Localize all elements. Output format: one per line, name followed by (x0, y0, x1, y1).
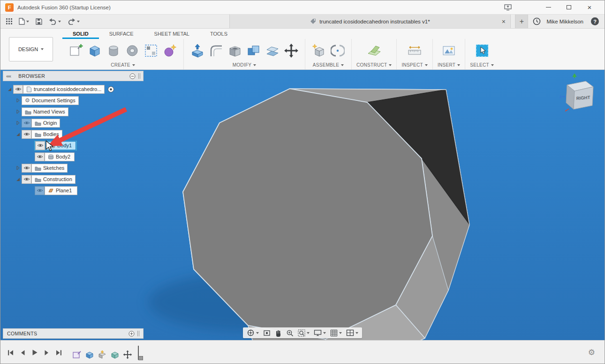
comments-panel[interactable]: COMMENTS (3, 328, 144, 339)
expander-collapsed-icon[interactable] (14, 109, 22, 114)
tree-row-construction[interactable]: Construction (14, 174, 144, 185)
close-button[interactable]: × (579, 1, 600, 14)
maximize-button[interactable] (559, 1, 579, 14)
body1-selected-row[interactable]: Body1 (34, 140, 77, 151)
visibility-eye-off-icon[interactable] (22, 119, 31, 128)
orbit-button[interactable] (247, 329, 259, 337)
new-tab-button[interactable]: + (515, 15, 528, 28)
joint-button[interactable] (329, 40, 347, 61)
expander-collapsed-icon[interactable] (14, 98, 22, 103)
timeline-item-sketch[interactable] (72, 349, 82, 360)
create-sketch-button[interactable] (67, 40, 85, 61)
panel-grip[interactable] (138, 73, 140, 79)
tree-row-document-settings[interactable]: ⚙Document Settings (14, 95, 144, 106)
timeline-step-back-button[interactable] (20, 349, 26, 356)
timeline-item-move[interactable] (122, 349, 133, 360)
cylinder-button[interactable] (105, 40, 122, 61)
visibility-eye-icon[interactable] (22, 175, 31, 184)
tree-row-body1[interactable]: Body1 (34, 140, 144, 151)
display-settings-button[interactable] (314, 329, 326, 336)
box-button[interactable] (86, 40, 104, 61)
expander-expanded-icon[interactable] (14, 177, 22, 182)
visibility-eye-icon[interactable] (35, 152, 45, 161)
view-cube[interactable]: RIGHT Z (559, 74, 600, 115)
share-screen-icon[interactable] (504, 4, 512, 11)
user-account-button[interactable]: Mike Mikkelson (546, 19, 583, 24)
document-tab-close-icon[interactable]: × (502, 18, 506, 25)
visibility-eye-off-icon[interactable] (35, 186, 45, 195)
insert-dropdown[interactable]: INSERT (438, 61, 460, 68)
expander-collapsed-icon[interactable] (14, 121, 22, 125)
file-menu-button[interactable] (19, 18, 29, 25)
tab-sheet-metal[interactable]: SHEET METAL (144, 29, 200, 39)
tab-solid[interactable]: SOLID (62, 29, 99, 39)
tree-row-named-views[interactable]: Named Views (14, 106, 144, 117)
tab-surface[interactable]: SURFACE (99, 29, 144, 39)
create-dropdown[interactable]: CREATE (111, 61, 135, 68)
timeline-go-to-start-button[interactable] (7, 349, 14, 356)
add-comment-icon[interactable] (129, 331, 135, 337)
new-component-button[interactable] (310, 40, 328, 61)
select-dropdown[interactable]: SELECT (470, 61, 494, 68)
tree-row-bodies[interactable]: Bodies (14, 129, 144, 140)
minimize-button[interactable] (538, 1, 559, 14)
visibility-eye-icon[interactable] (35, 141, 45, 150)
workspace-selector[interactable]: DESIGN (9, 37, 53, 61)
construct-dropdown[interactable]: CONSTRUCT (356, 61, 392, 68)
visibility-eye-icon[interactable] (22, 164, 31, 173)
combine-button[interactable] (245, 40, 263, 61)
undo-button[interactable] (49, 18, 61, 25)
measure-button[interactable] (406, 40, 424, 61)
shell-button[interactable] (226, 40, 244, 61)
tab-tools[interactable]: TOOLS (200, 29, 238, 39)
expander-expanded-icon[interactable] (6, 87, 13, 91)
move-button[interactable] (282, 40, 300, 61)
torus-button[interactable] (123, 40, 141, 61)
timeline-item-extrude-1[interactable] (84, 349, 95, 360)
tree-row-plane1[interactable]: Plane1 (35, 185, 144, 196)
fit-button[interactable] (298, 329, 310, 337)
save-button[interactable] (36, 18, 42, 25)
zoom-button[interactable] (286, 329, 294, 337)
grid-snap-button[interactable] (330, 329, 342, 337)
timeline-item-extrude-2[interactable] (97, 349, 107, 360)
tree-row-origin[interactable]: Origin (14, 117, 144, 129)
redo-button[interactable] (68, 18, 80, 25)
help-button[interactable]: ? (591, 17, 599, 25)
timeline-settings-gear-icon[interactable]: ⚙ (588, 349, 595, 356)
minimize-panel-icon[interactable] (129, 73, 136, 79)
browser-header[interactable]: «« BROWSER (3, 71, 144, 81)
visibility-eye-icon[interactable] (13, 85, 23, 94)
modify-dropdown[interactable]: MODIFY (233, 61, 257, 68)
offset-face-button[interactable] (264, 40, 281, 61)
pan-button[interactable] (275, 329, 282, 337)
3d-viewport[interactable]: RIGHT Z «« BROWSER truncated icosidodeca… (0, 70, 605, 340)
timeline-step-forward-button[interactable] (44, 349, 50, 356)
collapse-panel-icon[interactable]: «« (6, 73, 11, 79)
visibility-eye-icon[interactable] (22, 130, 31, 139)
app-grid-menu-button[interactable] (6, 18, 12, 24)
timeline-item-extrude-3[interactable] (110, 349, 120, 360)
primitives-button[interactable] (161, 40, 179, 61)
assemble-dropdown[interactable]: ASSEMBLE (313, 61, 344, 68)
fillet-button[interactable] (207, 40, 225, 61)
timeline-play-button[interactable] (31, 349, 38, 356)
document-tab[interactable]: truncated icosidodecahedron instructable… (229, 15, 511, 28)
tree-row-root[interactable]: truncated icosidodecahedro... (6, 83, 144, 95)
select-button[interactable] (473, 40, 491, 61)
pattern-button[interactable] (142, 40, 160, 61)
expander-expanded-icon[interactable] (14, 132, 22, 136)
insert-image-button[interactable] (440, 40, 458, 61)
timeline-go-to-end-button[interactable] (55, 349, 62, 356)
job-status-icon[interactable] (533, 17, 541, 25)
look-at-button[interactable] (263, 329, 271, 337)
construction-plane-button[interactable] (365, 40, 383, 61)
tree-row-sketches[interactable]: Sketches (14, 162, 144, 174)
panel-grip[interactable] (137, 331, 139, 336)
tree-row-body2[interactable]: Body2 (35, 151, 144, 162)
activate-component-radio[interactable] (107, 86, 114, 93)
press-pull-button[interactable] (189, 40, 206, 61)
viewports-button[interactable] (346, 329, 358, 336)
inspect-dropdown[interactable]: INSPECT (401, 61, 427, 68)
timeline-playhead[interactable] (138, 346, 139, 360)
